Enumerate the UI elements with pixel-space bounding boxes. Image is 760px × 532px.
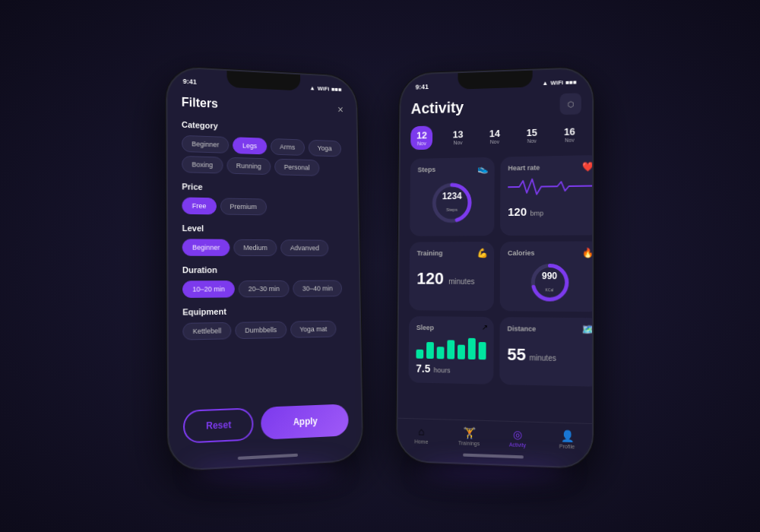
chip-30-40[interactable]: 30–40 min (293, 280, 342, 297)
sleep-value-row: 7.5 hours (416, 362, 486, 377)
chip-level-beginner[interactable]: Beginner (182, 239, 230, 256)
category-section: Category Beginner Legs Arms Yoga Boxing … (182, 120, 344, 177)
training-card[interactable]: Training 💪 120 minutes (409, 242, 494, 311)
chip-kettlebell[interactable]: Kettlebell (182, 322, 231, 340)
distance-card[interactable]: Distance 🗺️ 55 minutes (499, 317, 592, 387)
sleep-unit: hours (433, 366, 450, 374)
calories-circle: 990 KCal (528, 261, 571, 304)
chip-personal[interactable]: Personal (274, 159, 319, 176)
steps-circle: 1234 Steps (429, 180, 474, 226)
nav-profile[interactable]: 👤 Profile (552, 429, 583, 450)
profile-icon: 👤 (560, 429, 573, 442)
heart-rate-card[interactable]: Heart rate ❤️ 120 bmp (500, 155, 592, 236)
chip-yoga-mat[interactable]: Yoga mat (290, 321, 337, 338)
filters-header: Filters × (182, 96, 344, 116)
chip-boxing[interactable]: Boxing (182, 156, 223, 174)
price-label: Price (182, 182, 344, 195)
filters-title: Filters (182, 96, 218, 111)
chip-advanced[interactable]: Advanved (280, 239, 328, 256)
equipment-chips: Kettlebell Dumbbells Yoga mat (182, 321, 347, 340)
distance-emoji: 🗺️ (582, 324, 592, 334)
ecg-chart (508, 175, 592, 201)
activity-header: Activity ⬡ (411, 93, 581, 119)
bottom-nav: ⌂ Home 🏋 Trainings ◎ Activity 👤 Profile (397, 418, 592, 455)
chip-10-20[interactable]: 10–20 min (182, 280, 235, 298)
nav-activity-label: Activity (509, 442, 526, 448)
steps-card[interactable]: Steps 👟 1234 S (410, 157, 494, 236)
nav-trainings[interactable]: 🏋 Trainings (454, 426, 484, 447)
date-row: 12 Nov 13 Nov 14 Nov 15 (410, 122, 581, 150)
sleep-bar-1 (416, 350, 423, 359)
distance-title: Distance (507, 325, 592, 333)
equipment-section: Equipment Kettlebell Dumbbells Yoga mat (182, 306, 347, 340)
calories-center: 990 KCal (542, 271, 557, 294)
date-item-15[interactable]: 15 Nov (521, 123, 544, 148)
date-item-13[interactable]: 13 Nov (447, 125, 470, 149)
activity-share-button[interactable]: ⬡ (560, 93, 581, 115)
home-icon: ⌂ (418, 425, 424, 437)
date-item-16[interactable]: 16 Nov (558, 122, 581, 147)
trainings-icon: 🏋 (463, 426, 476, 439)
chip-arms[interactable]: Arms (270, 138, 304, 156)
chip-premium[interactable]: Premium (220, 198, 266, 215)
training-value-row: 120 minutes (416, 269, 486, 289)
apply-button[interactable]: Apply (261, 404, 349, 439)
share-icon: ⬡ (567, 100, 574, 108)
chip-yoga[interactable]: Yoga (308, 140, 341, 157)
heart-rate-emoji: ❤️ (582, 161, 592, 172)
training-value: 120 (416, 269, 444, 288)
price-chips: Free Premium (182, 197, 345, 216)
chip-beginner[interactable]: Beginner (182, 135, 229, 154)
filters-content: Filters × Category Beginner Legs Arms Yo… (167, 89, 361, 403)
chip-legs[interactable]: Legs (233, 137, 267, 154)
chip-free[interactable]: Free (182, 197, 216, 214)
status-icons-right: ▲WiFi■■■ (542, 78, 577, 86)
category-chips: Beginner Legs Arms Yoga Boxing Running P… (182, 135, 344, 177)
chip-dumbbells[interactable]: Dumbbells (235, 321, 287, 339)
steps-circle-wrap: 1234 Steps (417, 177, 487, 229)
level-section: Level Beginner Medium Advanved (182, 223, 346, 256)
status-icons-left: ▲WiFi■■■ (309, 84, 341, 93)
activity-phone: 9:41 ▲WiFi■■■ Activity ⬡ (396, 67, 594, 469)
activity-title: Activity (411, 99, 464, 117)
sleep-bars (416, 336, 486, 359)
duration-label: Duration (182, 265, 346, 274)
calories-card[interactable]: Calories 🔥 990 (500, 241, 592, 312)
heart-rate-unit: bmp (530, 210, 544, 217)
sleep-bar-4 (447, 340, 454, 359)
calories-circle-wrap: 990 KCal (508, 261, 592, 304)
chip-20-30[interactable]: 20–30 min (239, 280, 290, 297)
sleep-card[interactable]: Sleep ↗ (409, 316, 494, 385)
sleep-bar-3 (437, 347, 445, 359)
sleep-bar-5 (458, 344, 465, 359)
chip-running[interactable]: Running (226, 157, 271, 175)
duration-chips: 10–20 min 20–30 min 30–40 min (182, 280, 347, 298)
equipment-label: Equipment (182, 306, 347, 317)
home-indicator-left (238, 454, 298, 460)
date-item-12[interactable]: 12 Nov (410, 125, 432, 150)
date-item-14[interactable]: 14 Nov (483, 124, 506, 148)
sleep-value: 7.5 (416, 363, 430, 375)
category-label: Category (182, 120, 344, 135)
calories-value: 990 (542, 271, 557, 280)
home-indicator-right (463, 454, 524, 459)
stats-grid: Steps 👟 1234 S (409, 156, 581, 387)
sleep-bar-2 (426, 342, 434, 359)
nav-home-label: Home (414, 439, 428, 445)
distance-value: 55 (507, 345, 526, 365)
close-button[interactable]: × (337, 103, 344, 116)
price-section: Price Free Premium (182, 182, 345, 217)
chip-medium[interactable]: Medium (233, 239, 277, 256)
training-unit: minutes (448, 277, 474, 286)
calories-emoji: 🔥 (582, 248, 592, 258)
heart-rate-value-row: 120 bmp (508, 204, 592, 219)
level-chips: Beginner Medium Advanved (182, 239, 346, 256)
reset-button[interactable]: Reset (183, 407, 254, 444)
nav-home[interactable]: ⌂ Home (407, 425, 436, 445)
status-time-right: 9:41 (416, 83, 429, 90)
steps-emoji: 👟 (477, 163, 489, 174)
steps-value: 1234 (442, 192, 462, 201)
nav-trainings-label: Trainings (458, 440, 480, 446)
filters-footer: Reset Apply (169, 396, 362, 458)
nav-activity[interactable]: ◎ Activity (502, 428, 533, 448)
